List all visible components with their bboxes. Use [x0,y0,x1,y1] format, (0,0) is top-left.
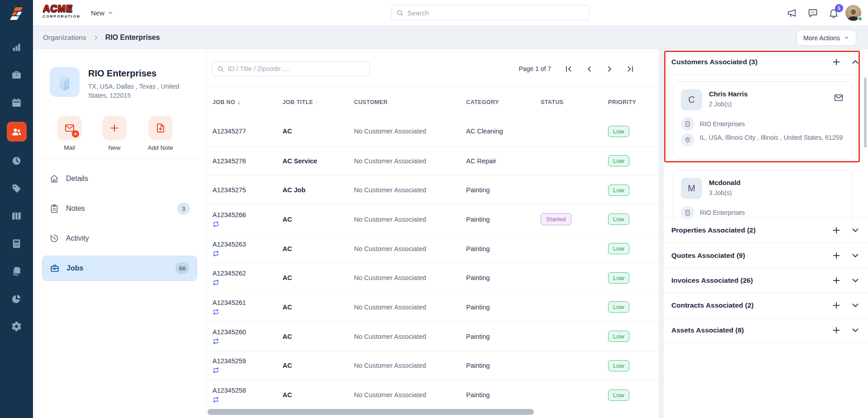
notifications-button[interactable]: 5 [828,8,839,19]
job-title: AC [283,128,354,135]
sidebar-item-dashboard[interactable] [7,39,27,56]
job-number[interactable]: A12345260 [212,328,283,336]
add-quote-button[interactable] [831,251,841,261]
last-page-button[interactable] [626,65,634,73]
sidebar-item-reports[interactable] [7,290,27,307]
announcements-button[interactable] [787,8,797,19]
jobs-search-input[interactable] [228,65,365,72]
table-row[interactable]: A12345276 AC Service No Customer Associa… [207,146,659,176]
table-row[interactable]: A12345275 AC Job No Customer Associated … [207,175,659,204]
section-invoices-associated[interactable]: Invoices Associated (26) [664,268,868,293]
table-row[interactable]: A12345263 AC No Customer Associated Pain… [207,234,659,263]
customer-jobs-count: 3 Job(s) [709,189,732,196]
job-number[interactable]: A12345275 [212,186,283,194]
job-title: AC [283,216,354,223]
first-page-button[interactable] [565,65,573,73]
customers-associated-header[interactable]: Customers Associated (3) [664,49,868,75]
global-search-input[interactable] [407,9,585,17]
organization-nav: Details Notes 3 Activity Jobs 66 [42,166,197,281]
add-note-action-button[interactable]: Add Note [138,116,183,151]
sidebar-item-invoicing[interactable] [7,235,27,252]
table-row[interactable]: A12345261 AC No Customer Associated Pain… [207,292,659,322]
section-properties-associated[interactable]: Properties Associated (2) [664,218,868,242]
column-header-status[interactable]: STATUS [541,99,608,105]
sidebar-item-customers[interactable] [7,122,27,142]
nav-item-activity[interactable]: Activity [42,226,197,251]
table-row[interactable]: A12345266 AC No Customer Associated Pain… [207,204,659,234]
customer-address: IL, USA, Illinois City , Illinois , Unit… [700,133,844,142]
customer-card-mcdonald[interactable]: M Mcdonald 3 Job(s) RIO Enterprises [673,170,852,222]
breadcrumb-organizations[interactable]: Organizations [43,33,86,42]
nav-details-label: Details [66,175,190,183]
add-property-button[interactable] [831,225,841,235]
job-category: Painting [466,245,541,252]
expand-properties-button[interactable] [850,225,860,235]
previous-page-button[interactable] [585,65,594,73]
plus-icon [831,325,841,335]
column-header-category[interactable]: CATEGORY [466,99,541,105]
job-number[interactable]: A12345262 [212,270,283,277]
table-row[interactable]: A12345258 AC No Customer Associated Pain… [207,380,659,409]
nav-item-jobs[interactable]: Jobs 66 [42,256,197,281]
job-number[interactable]: A12345258 [212,387,283,394]
job-no-header-label: JOB NO [212,99,235,105]
sidebar-item-schedule[interactable] [7,94,27,111]
mail-action-button[interactable]: Mail [54,116,85,151]
job-title: AC [283,274,354,281]
add-invoice-button[interactable] [831,276,841,285]
expand-contracts-button[interactable] [850,300,860,310]
job-number[interactable]: A12345261 [212,299,283,306]
column-header-job-no[interactable]: JOB NO↓ [212,99,283,105]
expand-quotes-button[interactable] [850,251,860,261]
column-header-customer[interactable]: CUSTOMER [354,99,466,105]
nav-item-notes[interactable]: Notes 3 [42,196,197,221]
job-customer: No Customer Associated [354,274,466,281]
sidebar-item-jobs[interactable] [7,66,27,83]
section-contracts-associated[interactable]: Contracts Associated (2) [664,293,868,318]
section-quotes-associated[interactable]: Quotes Associated (9) [664,242,868,267]
company-logo[interactable]: ACME CORPORATION [42,4,81,19]
job-number[interactable]: A12345266 [212,211,283,218]
contracts-associated-title: Contracts Associated (2) [671,301,831,309]
column-header-job-title[interactable]: JOB TITLE↑ [283,99,354,105]
priority-badge: Low [608,331,629,342]
new-menu[interactable]: New [91,0,113,26]
job-title: AC [283,304,354,311]
sidebar-item-settings[interactable] [7,318,27,335]
table-row[interactable]: A12345259 AC No Customer Associated Pain… [207,351,659,380]
customer-jobs-count: 2 Job(s) [709,100,732,108]
chevron-right-icon [93,34,99,41]
add-customer-button[interactable] [831,57,841,67]
horizontal-scrollbar-thumb[interactable] [208,409,534,415]
collapse-customers-button[interactable] [850,57,860,67]
expand-assets-button[interactable] [850,325,860,335]
sidebar-item-map[interactable] [7,208,27,224]
job-number[interactable]: A12345263 [212,241,283,248]
job-number[interactable]: A12345259 [212,357,283,365]
job-number[interactable]: A12345276 [212,157,283,165]
section-assets-associated[interactable]: Assets Associated (8) [664,318,868,343]
add-note-action-tile [148,116,173,140]
sidebar-item-documents[interactable] [7,263,27,280]
next-page-button[interactable] [605,65,614,73]
messages-button[interactable] [807,8,818,19]
table-row[interactable]: A12345260 AC No Customer Associated Pain… [207,322,659,351]
vertical-scrollbar-thumb[interactable] [864,77,867,147]
calendar-icon [11,97,22,108]
job-number[interactable]: A12345277 [212,128,283,135]
add-contract-button[interactable] [831,300,841,310]
new-action-button[interactable]: New [99,116,130,151]
email-customer-button[interactable] [834,93,844,103]
sidebar-item-pricing[interactable] [7,180,27,197]
table-row[interactable]: A12345262 AC No Customer Associated Pain… [207,263,659,292]
more-actions-button[interactable]: More Actions [797,30,856,46]
table-row[interactable]: A12345277 AC No Customer Associated AC C… [207,117,659,146]
zuper-logo[interactable] [8,5,25,24]
customer-card-chris-harris[interactable]: C Chris Harris 2 Job(s) RIO Enterprises … [673,81,852,159]
nav-item-details[interactable]: Details [42,166,197,191]
expand-invoices-button[interactable] [850,276,860,285]
column-header-priority[interactable]: PRIORITY [608,99,659,105]
add-asset-button[interactable] [831,325,841,335]
documents-icon [11,266,22,277]
sidebar-item-timesheets[interactable] [7,152,27,169]
